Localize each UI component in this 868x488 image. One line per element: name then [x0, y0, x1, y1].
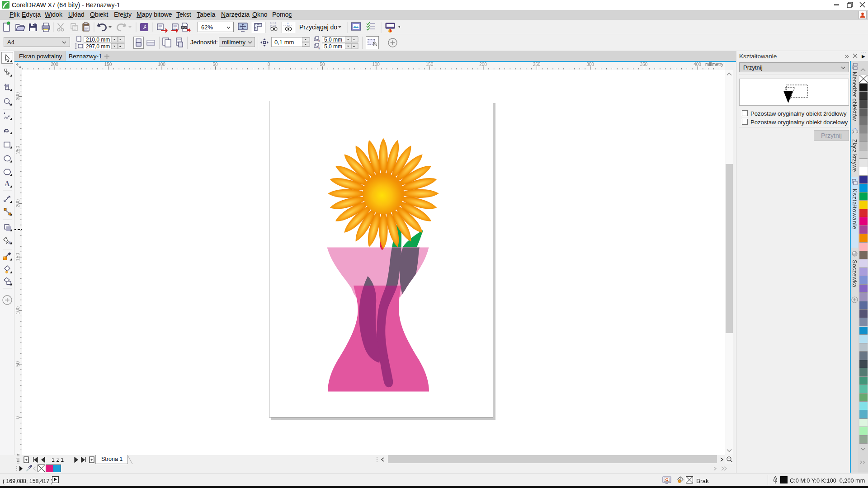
- svg-text:A: A: [5, 180, 10, 188]
- svg-text:PDF: PDF: [182, 26, 188, 29]
- svg-text:y: y: [318, 47, 320, 50]
- svg-text:x: x: [318, 39, 320, 42]
- svg-text:Przyciągaj do: Przyciągaj do: [299, 23, 337, 31]
- svg-text:1 z 1: 1 z 1: [52, 457, 64, 463]
